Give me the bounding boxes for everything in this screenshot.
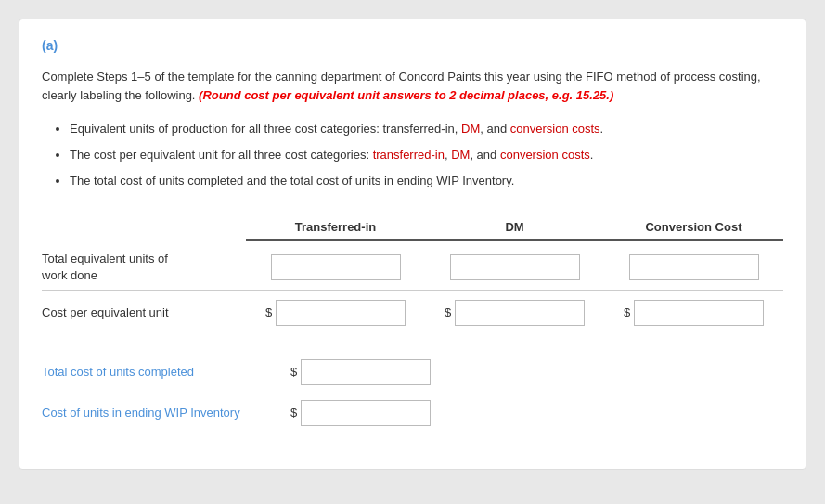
col-header-transferred-in: Transferred-in (246, 213, 425, 241)
input-cpu-transferred-in[interactable] (276, 300, 406, 326)
bottom-section: Total cost of units completed $ Cost of … (42, 359, 783, 426)
input-eu-conversion[interactable] (629, 254, 759, 280)
input-cell-total-cost: $ (283, 359, 438, 385)
dollar-sign: $ (290, 406, 297, 420)
dollar-sign: $ (290, 365, 297, 379)
input-cell-wip-cost: $ (283, 400, 438, 426)
col-header-conversion-cost: Conversion Cost (604, 213, 783, 241)
input-cell-cpu-conversion: $ (604, 300, 783, 326)
input-cell-cpu-dm: $ (425, 300, 604, 326)
red-text: DM (461, 122, 480, 136)
column-headers: Transferred-in DM Conversion Cost (42, 213, 783, 241)
input-cell-eu-conversion (604, 254, 783, 280)
col-header-empty (42, 213, 246, 241)
bullet-list: Equivalent units of production for all t… (42, 121, 783, 190)
row-label-cost-per-unit: Cost per equivalent unit (42, 304, 246, 321)
input-total-cost-completed[interactable] (301, 359, 431, 385)
dollar-sign: $ (265, 305, 272, 319)
col-header-dm: DM (425, 213, 604, 241)
input-cell-eu-dm (425, 254, 604, 280)
intro-line1: Complete Steps 1–5 of the template for t… (42, 70, 715, 84)
section-label: (a) (42, 38, 783, 53)
red-text: transferred-in (373, 148, 445, 162)
table-section: Transferred-in DM Conversion Cost Total … (42, 213, 783, 331)
dollar-sign: $ (624, 305, 630, 319)
label-wip-cost: Cost of units in ending WIP Inventory (42, 405, 283, 421)
input-wip-cost[interactable] (301, 400, 431, 426)
red-text: DM (451, 148, 470, 162)
list-item: The total cost of units completed and th… (70, 173, 783, 189)
input-cell-eu-transferred (246, 254, 425, 280)
table-row-cost-per-unit: Cost per equivalent unit $ $ $ (42, 291, 783, 331)
input-cpu-dm[interactable] (455, 300, 585, 326)
input-cell-cpu-transferred: $ (246, 300, 425, 326)
label-total-cost-completed: Total cost of units completed (42, 364, 283, 381)
input-cpu-conversion[interactable] (634, 300, 764, 326)
input-eu-dm[interactable] (450, 254, 580, 280)
row-label-equivalent-units: Total equivalent units ofwork done (42, 251, 246, 284)
table-row-equivalent-units: Total equivalent units ofwork done (42, 241, 783, 291)
dollar-sign: $ (445, 305, 451, 319)
bottom-row-total-cost: Total cost of units completed $ (42, 359, 783, 385)
input-eu-transferred-in[interactable] (271, 254, 401, 280)
bottom-row-wip-cost: Cost of units in ending WIP Inventory $ (42, 400, 783, 426)
list-item: Equivalent units of production for all t… (70, 121, 783, 137)
list-item: The cost per equivalent unit for all thr… (70, 147, 783, 163)
intro-text: Complete Steps 1–5 of the template for t… (42, 68, 783, 104)
main-card: (a) Complete Steps 1–5 of the template f… (19, 19, 806, 470)
intro-highlight: (Round cost per equivalent unit answers … (199, 88, 613, 102)
red-text: conversion costs (510, 122, 600, 136)
red-text: conversion costs (500, 148, 590, 162)
